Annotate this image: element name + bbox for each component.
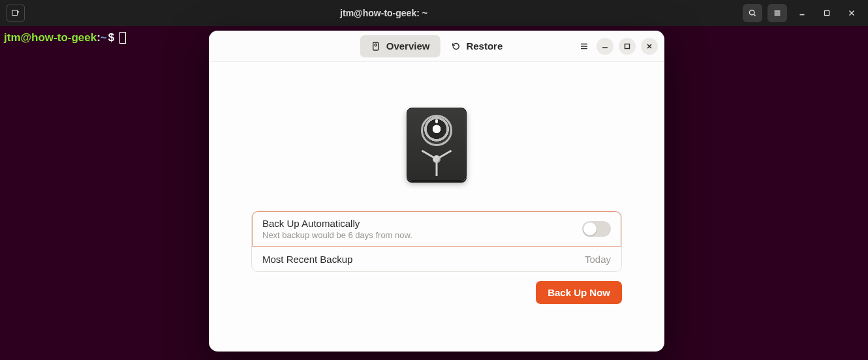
app-menu-button[interactable]: [577, 39, 591, 53]
app-minimize-button[interactable]: [597, 38, 613, 55]
app-maximize-button[interactable]: [619, 38, 636, 55]
row-backup-automatically[interactable]: Back Up Automatically Next backup would …: [251, 211, 622, 247]
auto-backup-title: Back Up Automatically: [262, 218, 412, 229]
new-tab-button[interactable]: [7, 5, 25, 22]
back-up-now-button[interactable]: Back Up Now: [536, 281, 622, 304]
backup-content: Back Up Automatically Next backup would …: [209, 62, 664, 352]
safe-icon: [407, 108, 467, 181]
restore-icon: [450, 41, 461, 52]
svg-rect-2: [825, 11, 829, 16]
auto-backup-toggle[interactable]: [582, 221, 611, 237]
settings-panel: Back Up Automatically Next backup would …: [251, 211, 622, 272]
recent-backup-value: Today: [585, 254, 611, 265]
terminal-cursor: [119, 32, 126, 44]
hamburger-icon: [579, 41, 589, 52]
svg-point-4: [375, 44, 377, 46]
hamburger-menu-button[interactable]: [767, 4, 787, 22]
maximize-icon: [822, 8, 831, 18]
row-most-recent-backup: Most Recent Backup Today: [252, 247, 621, 271]
prompt-path: ~: [101, 31, 107, 44]
backup-headerbar: Overview Restore: [209, 31, 664, 62]
app-close-button[interactable]: [641, 38, 658, 55]
prompt-user: jtm@how-to-geek: [4, 31, 97, 44]
search-icon: [748, 8, 757, 18]
overview-icon: [371, 41, 381, 52]
tab-restore-label: Restore: [466, 40, 503, 52]
svg-rect-5: [625, 44, 630, 48]
close-icon: [847, 8, 856, 18]
backup-window: Overview Restore: [209, 31, 664, 352]
terminal-title: jtm@how-to-geek: ~: [25, 8, 743, 18]
tab-overview-label: Overview: [386, 40, 430, 52]
tab-restore[interactable]: Restore: [440, 35, 513, 57]
search-button[interactable]: [743, 4, 762, 22]
hamburger-icon: [773, 8, 782, 18]
window-minimize-button[interactable]: [792, 4, 812, 22]
auto-backup-subtitle: Next backup would be 6 days from now.: [262, 230, 412, 240]
svg-rect-0: [12, 10, 18, 16]
close-icon: [645, 42, 653, 50]
tab-switcher: Overview Restore: [360, 35, 514, 57]
maximize-icon: [623, 42, 631, 50]
svg-point-1: [749, 10, 754, 14]
recent-backup-label: Most Recent Backup: [262, 254, 352, 265]
window-maximize-button[interactable]: [817, 4, 837, 22]
minimize-icon: [798, 8, 807, 18]
terminal-prompt[interactable]: jtm@how-to-geek : ~ $: [4, 31, 126, 44]
minimize-icon: [601, 42, 609, 50]
tab-overview[interactable]: Overview: [360, 35, 441, 57]
window-close-button[interactable]: [842, 4, 861, 22]
prompt-symbol: $: [108, 31, 114, 44]
terminal-titlebar: jtm@how-to-geek: ~: [0, 0, 868, 26]
